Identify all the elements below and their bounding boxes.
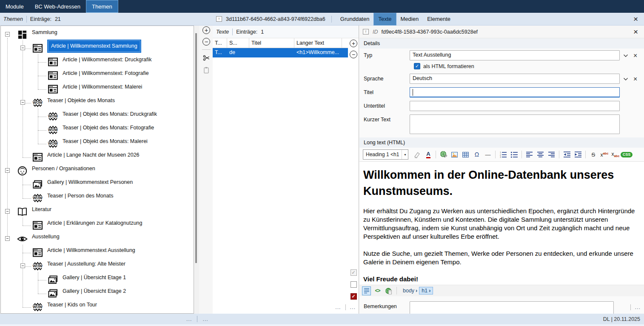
- dropdown-arrow-icon[interactable]: ▼: [402, 150, 408, 159]
- overflow-ellipsis[interactable]: ...: [335, 304, 341, 310]
- tree-item-teaser-objekte-des-monats[interactable]: WOWTeaser | Objekte des Monats: [1, 97, 194, 110]
- untertitel-input[interactable]: [410, 101, 620, 111]
- chevron-down-icon[interactable]: [623, 54, 628, 57]
- app-window: ModuleBC Web-AdressenThemen Themen Eintr…: [0, 0, 644, 326]
- section-long-text: Long text (HTML): [359, 137, 644, 148]
- hr-icon[interactable]: —: [483, 150, 493, 160]
- css-icon[interactable]: CSS: [621, 150, 631, 160]
- titel-input[interactable]: [410, 87, 620, 97]
- editor-content[interactable]: Willkommen in der Online-Datenbank unser…: [359, 162, 644, 285]
- overflow-ellipsis[interactable]: ...: [350, 304, 356, 310]
- flag-strip: ✓ ✓: [348, 269, 359, 300]
- tree-scrollbar[interactable]: [194, 26, 199, 314]
- clear-icon[interactable]: ×: [633, 76, 637, 83]
- collapse-icon[interactable]: [5, 32, 10, 37]
- column-header-t-[interactable]: T...: [213, 38, 227, 48]
- tree-item-teaser-person-des-monats[interactable]: WOWTeaser | Person des Monats: [1, 192, 194, 206]
- tree-scrollbar-thumb[interactable]: [195, 33, 197, 263]
- format-select[interactable]: Heading 1 <h1 ▼: [363, 149, 408, 160]
- text-mode-button[interactable]: [362, 286, 371, 295]
- checkbox-checked-disabled[interactable]: ✓: [350, 269, 357, 276]
- tree-item-article-willkommenstext-fotografie[interactable]: Article | Willkommenstext: Fotografie: [1, 69, 194, 83]
- id-label: ID: [373, 29, 378, 35]
- tree-item-teaser-objekt-des-monats-druckgrafik[interactable]: WOWTeaser | Objekt des Monats: Druckgraf…: [1, 110, 194, 124]
- breadcrumb-h1[interactable]: h1›: [419, 287, 433, 295]
- collapse-icon[interactable]: [20, 263, 25, 268]
- collapse-icon[interactable]: [5, 236, 10, 241]
- image-icon[interactable]: [450, 150, 459, 160]
- outdent-icon[interactable]: [562, 150, 572, 160]
- topbar-item-bc-web-adressen[interactable]: BC Web-Adressen: [29, 0, 86, 13]
- omega-icon[interactable]: Ω: [472, 150, 482, 160]
- tree-item-teaser-objekt-des-monats-fotografie[interactable]: WOWTeaser | Objekt des Monats: Fotografi…: [1, 124, 194, 137]
- column-header-titel[interactable]: Titel: [249, 38, 294, 48]
- html-checkbox[interactable]: ✓: [414, 63, 420, 69]
- align-center-icon[interactable]: [536, 150, 545, 160]
- tree-item-literatur[interactable]: Literatur: [1, 206, 194, 219]
- overflow-ellipsis[interactable]: ...: [635, 304, 641, 310]
- tree-item-gallery-willkommenstext-personen[interactable]: Gallery | Willkommenstext Personen: [1, 178, 194, 192]
- align-left-icon[interactable]: [524, 150, 534, 160]
- tree-item-teaser-objekt-des-monats-malerei[interactable]: WOWTeaser | Objekt des Monats: Malerei: [1, 137, 194, 151]
- column-header-s-[interactable]: S...: [227, 38, 249, 48]
- tree-item-gallery-übersicht-etage-2[interactable]: Gallery | Übersicht Etage 2: [1, 287, 194, 301]
- clear-icon[interactable]: ×: [633, 52, 637, 59]
- checkbox-flag-red[interactable]: ✓: [350, 293, 357, 300]
- breadcrumb-body[interactable]: body›: [403, 288, 417, 294]
- eraser-icon[interactable]: [412, 150, 422, 160]
- tree-item-article-erklärungen-zur-katalognutzung[interactable]: Article | Erklärungen zur Katalognutzung: [1, 219, 194, 233]
- cut-icon[interactable]: [202, 54, 211, 62]
- collapse-icon[interactable]: [20, 100, 25, 105]
- code-view-button[interactable]: <>: [373, 286, 382, 295]
- add-text-button[interactable]: +: [350, 40, 357, 47]
- link-icon[interactable]: [439, 150, 448, 160]
- tab-medien[interactable]: Medien: [396, 13, 423, 26]
- close-icon[interactable]: ×: [631, 15, 641, 23]
- overflow-ellipsis[interactable]: ...: [202, 316, 208, 322]
- superscript-icon[interactable]: xabc: [599, 150, 609, 160]
- sprache-combobox[interactable]: Deutsch: [410, 74, 620, 84]
- tree-item-selected[interactable]: Article | Willkommenstext Sammlung: [1, 42, 194, 56]
- topbar-item-module[interactable]: Module: [0, 0, 29, 13]
- teaser-icon: WOW: [47, 111, 59, 122]
- tree-item-article-willkommenstext-druckgrafik[interactable]: Article | Willkommenstext: Druckgrafik: [1, 56, 194, 69]
- table-icon[interactable]: [461, 150, 470, 160]
- collapse-icon[interactable]: [20, 46, 25, 50]
- tab-grunddaten[interactable]: Grunddaten: [336, 13, 374, 26]
- tree-item-article-willkommenstext-malerei[interactable]: Article | Willkommenstext: Malerei: [1, 83, 194, 97]
- kurzer-text-input[interactable]: [410, 114, 620, 134]
- tree-item-article-lange-nacht-der-museen-2026[interactable]: Article | Lange Nacht der Museen 2026: [1, 151, 194, 165]
- indent-icon[interactable]: [573, 150, 583, 160]
- paste-icon[interactable]: [202, 66, 211, 74]
- remove-button[interactable]: −: [202, 38, 210, 46]
- preview-button[interactable]: [384, 286, 393, 295]
- column-header-langer-text[interactable]: Langer Text: [294, 38, 342, 48]
- tab-elemente[interactable]: Elemente: [423, 13, 455, 26]
- bottom-strip: [0, 324, 644, 326]
- chevron-down-icon[interactable]: [623, 77, 628, 81]
- topbar-item-themen[interactable]: Themen: [86, 0, 118, 13]
- svg-text:3: 3: [500, 156, 501, 158]
- align-right-icon[interactable]: [547, 150, 556, 160]
- remove-text-button[interactable]: −: [350, 51, 357, 58]
- overflow-ellipsis[interactable]: ...: [186, 316, 192, 322]
- checkbox-unchecked[interactable]: [350, 281, 357, 288]
- subscript-icon[interactable]: xabc: [610, 150, 620, 160]
- tree-item-article-willkommenstext-ausstellung[interactable]: Article | Willkommenstext Ausstellung: [1, 246, 194, 260]
- typ-combobox[interactable]: Text Ausstellung: [410, 50, 620, 60]
- tree-item-personen-organisationen[interactable]: Personen / Organisationen: [1, 165, 194, 178]
- tree-item-teaser-ausstellung-alte-meister[interactable]: WOWTeaser | Ausstellung: Alte Meister: [1, 260, 194, 274]
- collapse-icon[interactable]: [5, 168, 10, 173]
- collapse-icon[interactable]: [5, 209, 10, 214]
- tree-item-gallery-übersicht-etage-1[interactable]: Gallery | Übersicht Etage 1: [1, 274, 194, 287]
- tree-item-ausstellung[interactable]: Ausstellung: [1, 233, 194, 246]
- table-row-selected[interactable]: T...de<h1>Willkomme...: [213, 48, 348, 57]
- tab-texte[interactable]: Texte: [373, 13, 396, 26]
- unordered-list-icon[interactable]: [509, 150, 519, 160]
- strikethrough-icon[interactable]: S: [588, 150, 598, 160]
- close-icon[interactable]: ×: [631, 28, 641, 36]
- tree-toolbar: + −: [200, 26, 213, 74]
- ordered-list-icon[interactable]: 123: [498, 150, 508, 160]
- add-button[interactable]: +: [202, 26, 210, 34]
- font-color-icon[interactable]: A: [423, 150, 433, 160]
